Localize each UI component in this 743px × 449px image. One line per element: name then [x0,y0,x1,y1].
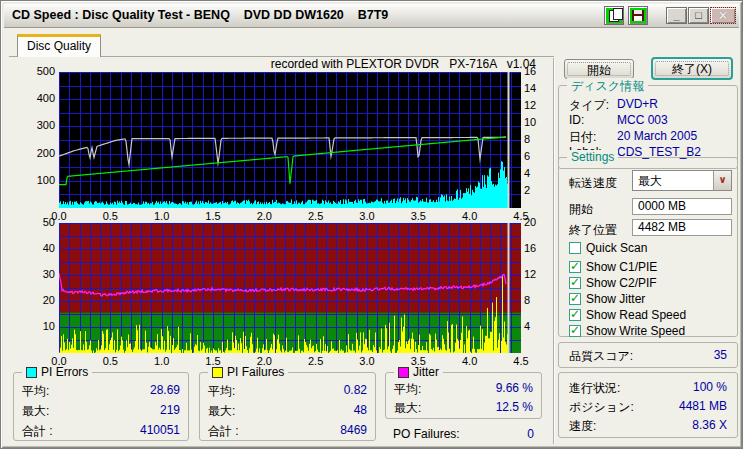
axis-tick-label: 4.0 [455,355,485,367]
axis-tick-label: 0.0 [44,355,74,367]
quality-chart-top [59,72,521,208]
axis-tick-label: 1.0 [147,355,177,367]
tab-disc-quality[interactable]: Disc Quality [17,34,101,57]
axis-tick-label: 3.0 [352,355,382,367]
axis-tick-label: 4 [524,167,548,179]
axis-tick-label: 400 [11,92,55,104]
axis-tick-label: 500 [11,65,55,77]
axis-tick-label: 6 [524,150,548,162]
axis-tick-label: 2.0 [249,210,279,222]
axis-tick-label: 2 [524,184,548,196]
axis-tick-label: 1.0 [147,210,177,222]
axis-tick-label: 20 [11,294,55,306]
axis-tick-label: 12 [524,99,548,111]
axis-tick-label: 200 [11,147,55,159]
axis-tick-label: 2.5 [301,210,331,222]
quality-chart-bottom [59,223,521,353]
axis-tick-label: 4 [524,320,548,332]
axis-tick-label: 8 [524,133,548,145]
axis-tick-label: 100 [11,174,55,186]
axis-tick-label: 10 [524,116,548,128]
axis-tick-label: 3.5 [403,355,433,367]
axis-tick-label: 1.5 [198,355,228,367]
axis-tick-label: 0.5 [95,210,125,222]
axis-tick-label: 16 [524,65,548,77]
axis-tick-label: 40 [11,242,55,254]
app-window: CD Speed : Disc Quality Test - BENQ DVD … [0,0,743,449]
axis-tick-label: 14 [524,82,548,94]
tab-label: Disc Quality [27,39,91,53]
axis-tick-label: 2.5 [301,355,331,367]
axis-tick-label: 20 [524,216,548,228]
axis-tick-label: 2.0 [249,355,279,367]
axis-tick-label: 8 [524,294,548,306]
axis-tick-label: 0.5 [95,355,125,367]
axis-tick-label: 30 [11,268,55,280]
axis-tick-label: 1.5 [198,210,228,222]
axis-tick-label: 4.0 [455,210,485,222]
axis-tick-label: 12 [524,268,548,280]
axis-tick-label: 10 [11,320,55,332]
chart-panel: recorded with PLEXTOR DVDR PX-716A v1.04… [1,1,742,448]
chart-note: recorded with PLEXTOR DVDR PX-716A v1.04 [59,57,536,71]
axis-tick-label: 50 [11,216,55,228]
axis-tick-label: 3.0 [352,210,382,222]
axis-tick-label: 4.5 [506,355,536,367]
axis-tick-label: 3.5 [403,210,433,222]
axis-tick-label: 16 [524,242,548,254]
axis-tick-label: 300 [11,119,55,131]
